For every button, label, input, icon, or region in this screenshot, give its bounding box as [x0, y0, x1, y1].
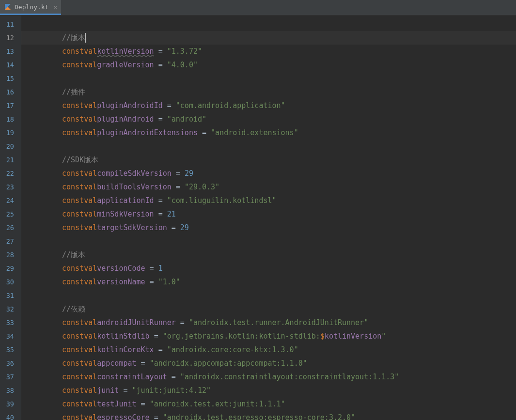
line-number: 29	[0, 262, 21, 275]
line-number: 22	[0, 167, 21, 180]
tab-filename: Deploy.kt	[15, 3, 48, 11]
line-number: 16	[0, 85, 21, 99]
comment: //依赖	[62, 305, 85, 314]
code-line[interactable]: const val pluginAndroidExtensions = "and…	[21, 126, 516, 140]
comment: //版本	[62, 250, 85, 260]
line-number: 23	[0, 180, 21, 194]
line-number: 14	[0, 58, 21, 72]
code-line[interactable]	[21, 17, 516, 31]
line-number: 28	[0, 248, 21, 262]
code-line[interactable]: const val pluginAndroidId = "com.android…	[21, 99, 516, 112]
code-line[interactable]: const val versionName = "1.0"	[21, 275, 516, 289]
code-line[interactable]: const val espressoCore = "androidx.test.…	[21, 411, 516, 420]
code-line[interactable]: const val junit = "junit:junit:4.12"	[21, 384, 516, 397]
line-number: 25	[0, 207, 21, 221]
line-number: 15	[0, 72, 21, 85]
line-number: 13	[0, 45, 21, 58]
code-line[interactable]: const val kotlinCoreKtx = "androidx.core…	[21, 343, 516, 357]
code-line[interactable]: const val gradleVersion = "4.0.0"	[21, 58, 516, 72]
file-tab-deploy[interactable]: Deploy.kt ×	[0, 0, 61, 15]
line-number: 32	[0, 302, 21, 316]
line-number: 12	[0, 31, 21, 45]
code-line[interactable]: //依赖	[21, 302, 516, 316]
close-icon[interactable]: ×	[53, 3, 57, 11]
code-line[interactable]: const val buildToolsVersion = "29.0.3"	[21, 180, 516, 194]
line-number: 18	[0, 112, 21, 126]
line-number: 20	[0, 140, 21, 153]
line-number: 11	[0, 17, 21, 31]
code-line[interactable]: //插件	[21, 85, 516, 99]
line-number: 33	[0, 316, 21, 329]
caret	[85, 33, 86, 43]
line-number: 19	[0, 126, 21, 140]
comment: //版本	[62, 33, 85, 43]
code-line[interactable]: const val minSdkVersion = 21	[21, 207, 516, 221]
line-number: 39	[0, 397, 21, 411]
code-line[interactable]: const val versionCode = 1	[21, 262, 516, 275]
comment: //SDK版本	[62, 156, 98, 165]
line-number: 24	[0, 194, 21, 207]
code-line[interactable]	[21, 140, 516, 153]
code-line[interactable]: const val testJunit = "androidx.test.ext…	[21, 397, 516, 411]
line-number: 37	[0, 370, 21, 384]
code-line[interactable]: const val applicationId = "com.liuguilin…	[21, 194, 516, 207]
code-line[interactable]	[21, 289, 516, 302]
code-line[interactable]: const val targetSdkVersion = 29	[21, 221, 516, 234]
line-number: 21	[0, 153, 21, 167]
code-line[interactable]: //版本	[21, 248, 516, 262]
line-number: 38	[0, 384, 21, 397]
code-line[interactable]: const val compileSdkVersion = 29	[21, 167, 516, 180]
code-line[interactable]: //SDK版本	[21, 153, 516, 167]
code-line[interactable]: const val androidJUnitRunner = "androidx…	[21, 316, 516, 329]
line-number: 35	[0, 343, 21, 357]
code-area[interactable]: //版本const val kotlinVersion = "1.3.72"co…	[21, 16, 516, 420]
line-number: 17	[0, 99, 21, 112]
line-number: 30	[0, 275, 21, 289]
line-number: 26	[0, 221, 21, 234]
line-number: 40	[0, 411, 21, 420]
code-line[interactable]	[21, 72, 516, 85]
comment: //插件	[62, 88, 85, 97]
code-line[interactable]	[21, 234, 516, 248]
line-number-gutter: 1112131415161718192021222324252627282930…	[0, 16, 21, 420]
code-line[interactable]: const val kotlinStdlib = "org.jetbrains.…	[21, 329, 516, 343]
line-number: 36	[0, 357, 21, 370]
line-number: 34	[0, 329, 21, 343]
code-line[interactable]: //版本	[21, 31, 516, 45]
kotlin-file-icon	[4, 3, 12, 11]
code-line[interactable]: const val appcompat = "androidx.appcompa…	[21, 357, 516, 370]
code-line[interactable]: const val kotlinVersion = "1.3.72"	[21, 45, 516, 58]
line-number: 31	[0, 289, 21, 302]
line-number: 27	[0, 234, 21, 248]
editor: 1112131415161718192021222324252627282930…	[0, 16, 516, 420]
code-line[interactable]: const val pluginAndroid = "android"	[21, 112, 516, 126]
tab-bar: Deploy.kt ×	[0, 0, 516, 16]
code-line[interactable]: const val constraintLayout = "androidx.c…	[21, 370, 516, 384]
